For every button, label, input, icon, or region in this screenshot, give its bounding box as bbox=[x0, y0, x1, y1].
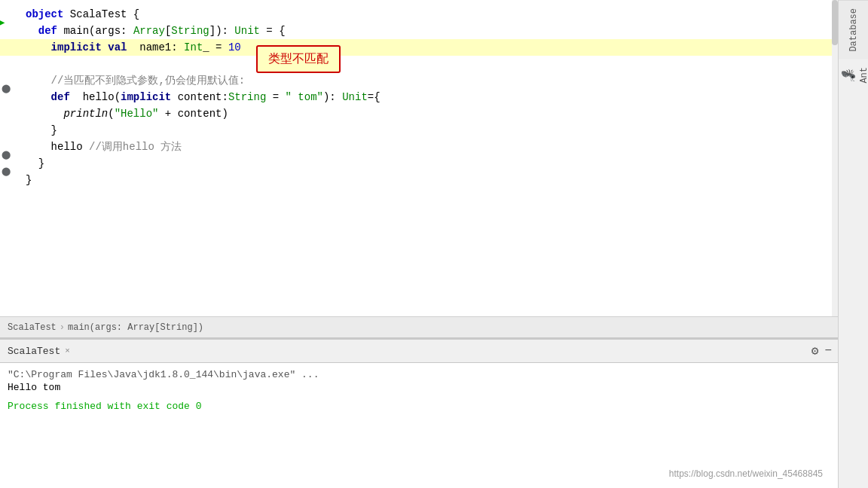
code-line-4 bbox=[0, 56, 838, 72]
code-line-2: ▶ def main(args: Array[String]): Unit = … bbox=[0, 23, 838, 39]
eq-brace: ={ bbox=[368, 91, 381, 103]
editor-area: object ScalaTest { ▶ def main(args: Arra… bbox=[0, 0, 838, 488]
type-unit2: Unit bbox=[342, 91, 368, 103]
type-array: Array bbox=[133, 25, 165, 37]
brace-close1: } bbox=[51, 124, 57, 136]
database-label: Database bbox=[848, 8, 859, 52]
code-line-11: ⬤ } bbox=[0, 172, 838, 188]
breadcrumb-part1: ScalaTest bbox=[8, 322, 57, 333]
ant-label: Ant bbox=[859, 67, 868, 84]
type-unit1: Unit bbox=[234, 25, 260, 37]
code-line-5: //当匹配不到隐式参数,仍会使用默认值: bbox=[0, 72, 838, 89]
code-line-10: ⬤ } bbox=[0, 155, 838, 172]
run-tab-bar: ScalaTest × ⚙ − bbox=[0, 339, 838, 363]
line-content-8: } bbox=[23, 122, 838, 139]
hello-call: hello bbox=[51, 141, 89, 153]
sidebar-tab-ant[interactable]: 🐜 Ant bbox=[839, 59, 868, 91]
fn-hello: hello bbox=[76, 91, 114, 103]
line-content-11: } bbox=[23, 172, 838, 188]
colon2: : bbox=[171, 41, 184, 53]
concat: + content) bbox=[158, 108, 228, 120]
kw-object: object bbox=[26, 8, 63, 20]
scrollbar-thumb[interactable] bbox=[832, 0, 838, 45]
args-label: args bbox=[95, 25, 121, 37]
line-content-9: hello //调用hello 方法 bbox=[23, 139, 838, 155]
settings-icon[interactable]: ⚙ bbox=[811, 343, 819, 358]
equals1: = { bbox=[260, 25, 286, 37]
line-content-5: //当匹配不到隐式参数,仍会使用默认值: bbox=[23, 72, 838, 89]
type-string1: String bbox=[171, 25, 209, 37]
run-tab-controls: ⚙ − bbox=[811, 343, 838, 358]
brace-close3: } bbox=[26, 174, 32, 186]
run-tab-label: ScalaTest bbox=[8, 346, 60, 357]
fn-main: main bbox=[63, 25, 89, 37]
output-path-line: "C:\Program Files\Java\jdk1.8.0_144\bin\… bbox=[8, 369, 830, 380]
ant-icon: 🐜 bbox=[842, 67, 856, 82]
run-tab-close-icon[interactable]: × bbox=[65, 346, 70, 355]
minimize-icon[interactable]: − bbox=[824, 344, 832, 358]
brace: { bbox=[133, 8, 139, 20]
kw-def-main: def bbox=[38, 25, 57, 37]
colon3: : bbox=[222, 91, 228, 103]
code-line-8: } bbox=[0, 122, 838, 139]
colon1: : bbox=[121, 25, 133, 37]
number-10: 10 bbox=[228, 41, 241, 53]
breadcrumb-separator: › bbox=[60, 322, 65, 333]
line-content-6: def hello(implicit content:String = " to… bbox=[23, 89, 838, 105]
default-val: = bbox=[266, 91, 285, 103]
code-line-9: hello //调用hello 方法 bbox=[0, 139, 838, 155]
breadcrumb-bar: ScalaTest › main(args: Array[String]) bbox=[0, 316, 838, 337]
name1-var: name1 bbox=[133, 41, 171, 53]
kw-def-hello: def bbox=[51, 91, 70, 103]
comment-hello: //调用hello 方法 bbox=[89, 141, 182, 153]
run-arrow-icon: ▶ bbox=[0, 14, 5, 31]
paren3: ): bbox=[323, 91, 342, 103]
paren-close: ): bbox=[215, 25, 234, 37]
output-process-line: Process finished with exit code 0 bbox=[8, 401, 830, 412]
kw-implicit2: implicit bbox=[121, 91, 171, 103]
tooltip-text: 类型不匹配 bbox=[268, 52, 329, 65]
paren2: ( bbox=[115, 91, 121, 103]
println-call: println bbox=[63, 108, 108, 120]
output-hello-line: Hello tom bbox=[8, 382, 830, 393]
line-content-2: def main(args: Array[String]): Unit = { bbox=[23, 23, 838, 39]
code-line-1: object ScalaTest { bbox=[0, 6, 838, 23]
kw-val: val bbox=[108, 41, 127, 53]
content-label: content bbox=[171, 91, 222, 103]
code-line-3: implicit val name1: Int_ = 10 bbox=[0, 39, 838, 56]
line-content-10: } bbox=[23, 155, 838, 172]
brace-close2: } bbox=[38, 157, 44, 169]
underscore: _ = bbox=[203, 41, 228, 53]
kw-implicit: implicit bbox=[51, 41, 102, 53]
breadcrumb-part2: main(args: Array[String]) bbox=[68, 322, 203, 333]
str-hello: "Hello" bbox=[115, 108, 159, 120]
bottom-panel: ScalaTest × ⚙ − "C:\Program Files\Java\j… bbox=[0, 337, 838, 488]
line-content-3: implicit val name1: Int_ = 10 bbox=[23, 39, 838, 56]
class-name: ScalaTest bbox=[70, 8, 127, 20]
right-sidebar: Database 🐜 Ant bbox=[838, 0, 868, 488]
code-lines: object ScalaTest { ▶ def main(args: Arra… bbox=[0, 0, 838, 194]
line-content-1: object ScalaTest { bbox=[23, 6, 838, 23]
bracket-close: ] bbox=[209, 25, 215, 37]
main-container: object ScalaTest { ▶ def main(args: Arra… bbox=[0, 0, 868, 488]
run-tab[interactable]: ScalaTest × bbox=[0, 340, 78, 362]
type-string2: String bbox=[228, 91, 266, 103]
url-watermark: https://blog.csdn.net/weixin_45468845 bbox=[669, 468, 823, 479]
println-args: ( bbox=[108, 108, 114, 120]
line-content-4 bbox=[23, 56, 838, 72]
vertical-scrollbar[interactable] bbox=[832, 0, 838, 316]
code-line-6: ⬤ def hello(implicit content:String = " … bbox=[0, 89, 838, 105]
code-editor: object ScalaTest { ▶ def main(args: Arra… bbox=[0, 0, 838, 316]
code-line-7: println("Hello" + content) bbox=[0, 105, 838, 122]
tooltip-box: 类型不匹配 bbox=[256, 45, 341, 73]
str-tom: " tom" bbox=[286, 91, 323, 103]
comment-text: //当匹配不到隐式参数,仍会使用默认值: bbox=[51, 75, 246, 87]
sidebar-tab-database[interactable]: Database bbox=[839, 0, 868, 59]
type-int: Int bbox=[184, 41, 203, 53]
line-content-7: println("Hello" + content) bbox=[23, 105, 838, 122]
